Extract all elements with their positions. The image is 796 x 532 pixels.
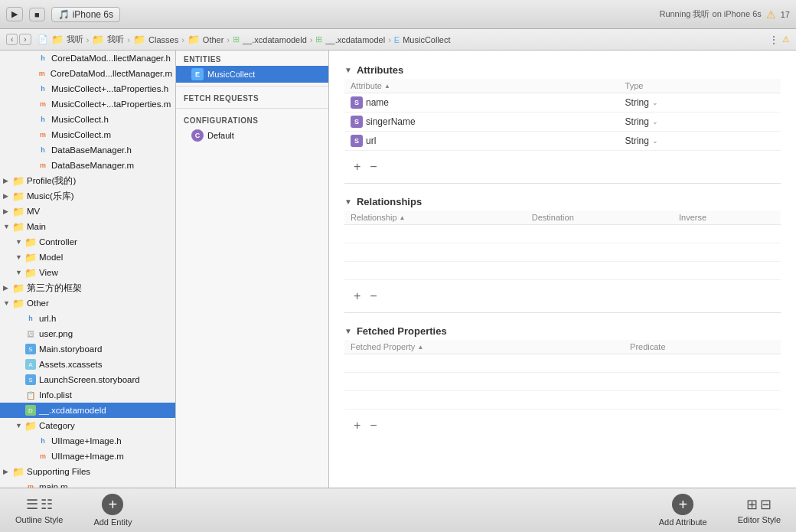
rel-row-empty-2	[344, 243, 781, 262]
file-icon: m	[37, 129, 49, 141]
disclosure-triangle[interactable]: ▼	[15, 238, 24, 246]
indent-spacer	[0, 314, 15, 323]
disclosure-triangle[interactable]: ▼	[15, 422, 24, 429]
disclosure-triangle[interactable]: ▶	[3, 468, 12, 475]
editor-style-button[interactable]: ⊞ ⊟ Editor Style	[723, 488, 796, 532]
attributes-add-button[interactable]: +	[351, 160, 364, 174]
add-entity-button[interactable]: + Add Entity	[78, 488, 147, 532]
file-tree-item[interactable]: hurl.h	[0, 311, 175, 326]
fetched-properties-add-button[interactable]: +	[351, 419, 364, 432]
file-tree-item[interactable]: mmain.m	[0, 479, 175, 488]
relationships-add-remove: + −	[344, 286, 781, 306]
file-tree-item[interactable]: ▶📁MV	[0, 204, 175, 219]
file-tree-item[interactable]: hUIImage+Image.h	[0, 433, 175, 449]
disclosure-placeholder	[15, 330, 24, 338]
file-tree-item[interactable]: hMusicCollect.h	[0, 112, 175, 127]
relationships-section-header[interactable]: ▼ Relationships	[344, 190, 781, 211]
file-tree-item[interactable]: SMain.storyboard	[0, 341, 175, 357]
attribute-row[interactable]: SnameString ⌄	[344, 93, 781, 113]
file-tree-item[interactable]: ▶📁第三方的框架	[0, 280, 175, 295]
breadcrumb-item-2[interactable]: 📁 我听	[92, 34, 124, 45]
attribute-type-cell[interactable]: String ⌄	[619, 113, 781, 132]
file-tree-item[interactable]: AAssets.xcassets	[0, 357, 175, 372]
rel-col-relationship: Relationship ▲	[344, 211, 526, 225]
fp-col-predicate: Predicate	[624, 340, 781, 354]
disclosure-triangle[interactable]: ▶	[3, 192, 12, 200]
file-tree-item[interactable]: ▶📁Music(乐库)	[0, 188, 175, 204]
attributes-add-remove: + −	[344, 157, 781, 177]
fetched-properties-remove-button[interactable]: −	[367, 419, 380, 432]
breadcrumb-item-3[interactable]: 📁 Classes	[133, 34, 178, 45]
file-icon: h	[37, 52, 49, 64]
file-tree-item[interactable]: ▶📁Supporting Files	[0, 464, 175, 479]
disclosure-triangle[interactable]: ▼	[3, 299, 12, 307]
attribute-type-cell[interactable]: String ⌄	[619, 132, 781, 151]
file-tree-item[interactable]: hCoreDataMod...llectManager.h	[0, 51, 175, 66]
indent-spacer	[0, 360, 15, 369]
add-attribute-button[interactable]: + Add Attribute	[644, 488, 723, 532]
file-name: Model	[39, 253, 63, 262]
attributes-section-header[interactable]: ▼ Attributes	[344, 58, 781, 79]
stop-button[interactable]: ■	[29, 8, 45, 21]
attributes-remove-button[interactable]: −	[367, 160, 380, 174]
disclosure-triangle[interactable]: ▼	[15, 253, 24, 261]
file-tree-item[interactable]: 🖼user.png	[0, 326, 175, 341]
file-tree-item[interactable]: ▶📁Profile(我的)	[0, 173, 175, 188]
file-tree-item[interactable]: ▼📁Main	[0, 219, 175, 234]
breadcrumb-item-4[interactable]: 📁 Other	[188, 34, 224, 45]
file-tree-item[interactable]: ▼📁Model	[0, 250, 175, 265]
config-default[interactable]: C Default	[176, 127, 328, 144]
file-tree-item[interactable]: mMusicCollect.m	[0, 127, 175, 142]
attribute-row[interactable]: SurlString ⌄	[344, 132, 781, 151]
file-tree-item[interactable]: ▼📁View	[0, 265, 175, 280]
disclosure-triangle[interactable]: ▼	[3, 223, 12, 230]
disclosure-placeholder	[28, 85, 37, 93]
disclosure-triangle[interactable]: ▶	[3, 284, 12, 292]
outline-style-icons: ☰ ☷	[26, 496, 53, 513]
breadcrumb-item-1[interactable]: 📁 我听	[51, 34, 83, 45]
fetched-properties-table: Fetched Property ▲ Predicate	[344, 340, 781, 410]
file-icon: m	[24, 481, 37, 488]
file-tree-item[interactable]: SLaunchScreen.storyboard	[0, 372, 175, 387]
disclosure-triangle[interactable]: ▶	[3, 177, 12, 184]
fp-row-empty-2	[344, 373, 781, 391]
nav-back-button[interactable]: ‹	[6, 34, 18, 45]
disclosure-triangle[interactable]: ▶	[3, 207, 12, 215]
file-tree-item[interactable]: 📋Info.plist	[0, 387, 175, 403]
disclosure-triangle[interactable]: ▼	[15, 269, 24, 276]
attr-s-icon: S	[351, 116, 363, 128]
attribute-row[interactable]: SsingerNameString ⌄	[344, 113, 781, 132]
file-tree-item[interactable]: ▼📁Category	[0, 418, 175, 433]
file-tree-item[interactable]: D__.xcdatamodeld	[0, 403, 175, 418]
device-selector[interactable]: 🎵 iPhone 6s	[51, 7, 120, 22]
run-button[interactable]: ▶	[6, 7, 23, 21]
attr-sort[interactable]: Attribute ▲	[351, 81, 613, 90]
file-tree-item[interactable]: mDataBaseManager.m	[0, 158, 175, 173]
entity-name: MusicCollect	[207, 70, 255, 79]
file-tree-item[interactable]: mCoreDataMod...llectManager.m	[0, 66, 175, 81]
fetched-properties-section-header[interactable]: ▼ Fetched Properties	[344, 319, 781, 340]
file-tree-item[interactable]: hMusicCollect+...taProperties.h	[0, 81, 175, 96]
relationships-add-button[interactable]: +	[351, 289, 364, 303]
relationships-remove-button[interactable]: −	[367, 289, 380, 303]
indent-spacer	[0, 375, 15, 384]
file-tree-item[interactable]: ▼📁Other	[0, 295, 175, 311]
indent-spacer	[0, 237, 15, 246]
attribute-type-cell[interactable]: String ⌄	[619, 93, 781, 113]
file-tree-item[interactable]: ▼📁Controller	[0, 234, 175, 250]
breadcrumb-item-6[interactable]: ⊞ __.xcdatamodel	[315, 34, 385, 44]
file-icon: h	[37, 144, 49, 156]
breadcrumb-item-7[interactable]: E MusicCollect	[394, 35, 451, 44]
breadcrumb-item-5[interactable]: ⊞ __.xcdatamodeld	[233, 34, 307, 44]
nav-forward-button[interactable]: ›	[19, 34, 31, 45]
file-name: Profile(我的)	[27, 175, 76, 187]
attributes-title: Attributes	[357, 64, 403, 76]
file-tree-item[interactable]: mUIImage+Image.m	[0, 449, 175, 464]
file-name: MusicCollect+...taProperties.m	[51, 100, 171, 109]
file-tree-item[interactable]: hDataBaseManager.h	[0, 142, 175, 158]
outline-style-button[interactable]: ☰ ☷ Outline Style	[0, 488, 78, 532]
breadcrumb-right-btn[interactable]: ⋮	[768, 34, 779, 46]
warning-icon: ⚠	[766, 8, 776, 21]
file-tree-item[interactable]: mMusicCollect+...taProperties.m	[0, 96, 175, 112]
entity-musiccollect[interactable]: E MusicCollect	[176, 66, 328, 83]
